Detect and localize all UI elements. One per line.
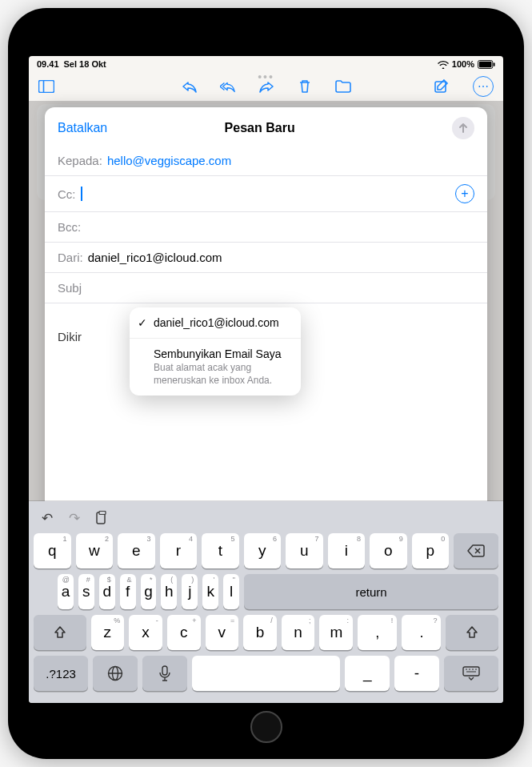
mail-back-toolbar: ••• ⋯ [29,72,503,101]
key-w[interactable]: w2 [76,533,114,568]
to-field-row[interactable]: Kepada: hello@veggiscape.com [45,146,487,176]
compose-sheet: Batalkan Pesan Baru Kepada: hello@veggis… [45,107,487,527]
compose-title: Pesan Baru [67,121,452,135]
key-y[interactable]: y6 [244,533,282,568]
bcc-label: Bcc: [58,220,81,234]
status-date: Sel 18 Okt [64,59,106,69]
key-t[interactable]: t5 [202,533,239,568]
subject-label: Subj [58,281,82,295]
hyphen-key[interactable]: - [394,656,439,691]
redo-icon[interactable]: ↷ [66,509,83,527]
key-a[interactable]: a@ [58,574,74,609]
svg-rect-7 [99,512,106,515]
to-value[interactable]: hello@veggiscape.com [107,154,231,167]
from-option-selected[interactable]: daniel_rico1@icloud.com [130,307,301,339]
battery-icon [478,60,495,69]
period-key[interactable]: .? [402,615,441,650]
key-g[interactable]: g* [141,574,157,609]
key-q[interactable]: q1 [34,533,71,568]
key-h[interactable]: h( [161,574,177,609]
key-f[interactable]: f& [120,574,136,609]
key-l[interactable]: l" [223,574,239,609]
from-field-row[interactable]: Dari: daniel_rico1@icloud.com [45,243,487,273]
bcc-input[interactable] [86,220,474,234]
shift-key[interactable] [34,615,86,650]
trash-icon[interactable] [297,78,313,94]
cc-label: Cc: [58,187,76,201]
shift-key-right[interactable] [446,615,498,650]
key-z[interactable]: z% [91,615,125,650]
from-option-label: daniel_rico1@icloud.com [154,316,279,329]
signature-text: Dikir [58,330,82,343]
key-o[interactable]: o9 [370,533,407,568]
battery-percent: 100% [452,59,474,69]
hide-my-email-subtitle: Buat alamat acak yang meneruskan ke inbo… [154,362,290,387]
svg-rect-3 [39,81,54,93]
key-c[interactable]: c+ [167,615,201,650]
key-j[interactable]: j) [182,574,198,609]
keyboard-toolbar: ↶ ↷ [34,506,498,533]
dictation-key[interactable] [142,656,187,691]
from-value[interactable]: daniel_rico1@icloud.com [88,251,222,264]
keyboard-row-1: q1w2e3r4t5y6u7i8o9p0 [34,533,498,568]
cc-input[interactable] [87,187,451,201]
from-label: Dari: [58,251,83,264]
svg-rect-11 [162,666,167,675]
key-i[interactable]: i8 [328,533,366,568]
key-r[interactable]: r4 [160,533,198,568]
from-account-menu: daniel_rico1@icloud.com Sembunyikan Emai… [130,307,301,396]
status-time: 09.41 [37,59,59,69]
cc-field-row[interactable]: Cc: + [45,176,487,212]
subject-field-row[interactable]: Subj [45,273,487,303]
svg-rect-2 [494,62,495,66]
subject-input[interactable] [86,281,474,295]
comma-key[interactable]: ,! [358,615,397,650]
keyboard-row-2: a@s#d$f&g*h(j)k'l" return [34,574,498,609]
status-bar: 09.41 Sel 18 Okt 100% [29,56,503,72]
wifi-icon [438,60,449,69]
bcc-field-row[interactable]: Bcc: [45,212,487,243]
undo-icon[interactable]: ↶ [38,509,56,527]
key-x[interactable]: x- [129,615,162,650]
return-key[interactable]: return [244,574,498,609]
key-k[interactable]: k' [202,574,218,609]
backspace-key[interactable] [454,533,498,568]
globe-key[interactable] [93,656,138,691]
reply-icon[interactable] [182,78,198,94]
more-button[interactable]: ⋯ [473,76,494,97]
key-n[interactable]: n; [282,615,315,650]
to-label: Kepada: [58,154,102,167]
compose-icon[interactable] [434,78,450,94]
space-key[interactable] [192,656,341,691]
key-v[interactable]: v= [206,615,239,650]
hide-my-email-option[interactable]: Sembunyikan Email Saya Buat alamat acak … [130,339,301,396]
reply-all-icon[interactable] [220,78,236,94]
grabber-icon: ••• [258,70,274,83]
svg-rect-1 [479,61,492,66]
home-button[interactable] [250,711,282,743]
onscreen-keyboard: ↶ ↷ q1w2e3r4t5y6u7i8o9p0 a@s#d$f&g*h(j)k… [29,501,503,703]
key-e[interactable]: e3 [118,533,155,568]
send-button[interactable] [452,117,474,139]
move-folder-icon[interactable] [335,78,351,94]
key-d[interactable]: d$ [99,574,115,609]
key-u[interactable]: u7 [286,533,323,568]
text-cursor [81,187,82,201]
key-s[interactable]: s# [78,574,94,609]
keyboard-row-3: z%x-c+v=b/n;m: ,! .? [34,615,498,650]
screen: 09.41 Sel 18 Okt 100% ••• [29,56,503,703]
underscore-key[interactable]: _ [345,656,390,691]
add-contact-button[interactable]: + [455,184,474,203]
key-m[interactable]: m: [319,615,353,650]
key-b[interactable]: b/ [243,615,277,650]
key-p[interactable]: p0 [412,533,450,568]
clipboard-icon[interactable] [93,509,110,527]
ipad-device-frame: 09.41 Sel 18 Okt 100% ••• [8,8,524,759]
sidebar-toggle-icon[interactable] [38,78,54,94]
keyboard-row-4: .?123 _ - [34,656,498,691]
mode-switch-key[interactable]: .?123 [34,656,88,691]
dismiss-keyboard-key[interactable] [444,656,498,691]
hide-my-email-title: Sembunyikan Email Saya [154,347,290,360]
